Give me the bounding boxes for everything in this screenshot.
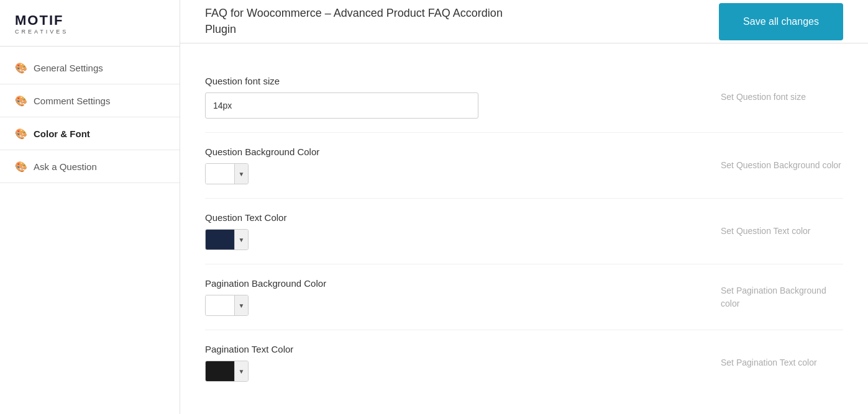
general-settings-icon: 🎨 — [15, 61, 27, 74]
question-background-color-arrow: ▼ — [234, 164, 248, 184]
sidebar-item-comment-settings-label: Comment Settings — [34, 96, 110, 106]
settings-content: Question font size Set Question font siz… — [180, 43, 868, 414]
question-text-color-hint: Set Question Text color — [547, 225, 843, 238]
pagination-background-color-label: Pagination Background Color — [205, 278, 547, 289]
app-layout: MOTIF CREATIVES 🎨 General Settings 🎨 Com… — [0, 0, 868, 414]
sidebar-item-color-font-label: Color & Font — [34, 128, 90, 139]
question-text-color-left: Question Text Color ▼ — [205, 212, 547, 250]
question-text-color-label: Question Text Color — [205, 212, 547, 223]
pagination-background-color-picker[interactable]: ▼ — [205, 295, 249, 316]
sidebar: MOTIF CREATIVES 🎨 General Settings 🎨 Com… — [0, 0, 180, 414]
sidebar-item-comment-settings[interactable]: 🎨 Comment Settings — [0, 84, 180, 117]
sidebar-item-color-font[interactable]: 🎨 Color & Font — [0, 117, 180, 150]
question-background-color-swatch — [206, 164, 234, 184]
question-font-size-input[interactable] — [205, 92, 478, 119]
comment-settings-icon: 🎨 — [15, 94, 27, 107]
question-font-size-left: Question font size — [205, 76, 547, 119]
question-background-color-picker[interactable]: ▼ — [205, 163, 249, 184]
logo-area: MOTIF CREATIVES — [0, 0, 180, 47]
page-title: FAQ for Woocommerce – Advanced Product F… — [205, 6, 516, 37]
sidebar-item-ask-question-label: Ask a Question — [34, 161, 97, 172]
pagination-text-color-arrow: ▼ — [234, 361, 248, 381]
logo-tagline: CREATIVES — [15, 29, 165, 35]
pagination-text-color-row: Pagination Text Color ▼ Set Pagination T… — [205, 330, 843, 395]
pagination-background-color-left: Pagination Background Color ▼ — [205, 278, 547, 316]
pagination-text-color-swatch — [206, 361, 234, 381]
question-text-color-row: Question Text Color ▼ Set Question Text … — [205, 199, 843, 264]
question-background-color-left: Question Background Color ▼ — [205, 146, 547, 184]
question-background-color-row: Question Background Color ▼ Set Question… — [205, 133, 843, 199]
question-font-size-hint: Set Question font size — [547, 91, 843, 104]
question-background-color-label: Question Background Color — [205, 146, 547, 157]
pagination-text-color-left: Pagination Text Color ▼ — [205, 344, 547, 382]
header: FAQ for Woocommerce – Advanced Product F… — [180, 0, 868, 43]
pagination-background-color-arrow: ▼ — [234, 295, 248, 315]
color-font-icon: 🎨 — [15, 127, 27, 140]
logo-name: MOTIF — [15, 14, 165, 27]
sidebar-item-ask-question[interactable]: 🎨 Ask a Question — [0, 150, 180, 183]
question-text-color-picker[interactable]: ▼ — [205, 229, 249, 250]
pagination-background-color-hint: Set Pagination Background color — [547, 284, 843, 310]
sidebar-item-general-settings-label: General Settings — [34, 63, 103, 73]
pagination-text-color-label: Pagination Text Color — [205, 344, 547, 354]
pagination-background-color-row: Pagination Background Color ▼ Set Pagina… — [205, 264, 843, 330]
save-all-changes-button[interactable]: Save all changes — [719, 3, 843, 40]
ask-question-icon: 🎨 — [15, 160, 27, 173]
question-background-color-hint: Set Question Background color — [547, 159, 843, 172]
sidebar-item-general-settings[interactable]: 🎨 General Settings — [0, 52, 180, 84]
main-area: FAQ for Woocommerce – Advanced Product F… — [180, 0, 868, 414]
question-text-color-arrow: ▼ — [234, 230, 248, 250]
question-text-color-swatch — [206, 230, 234, 250]
question-font-size-row: Question font size Set Question font siz… — [205, 62, 843, 133]
question-font-size-label: Question font size — [205, 76, 547, 86]
sidebar-nav: 🎨 General Settings 🎨 Comment Settings 🎨 … — [0, 47, 180, 183]
pagination-text-color-hint: Set Pagination Text color — [547, 356, 843, 369]
pagination-text-color-picker[interactable]: ▼ — [205, 361, 249, 382]
pagination-background-color-swatch — [206, 295, 234, 315]
